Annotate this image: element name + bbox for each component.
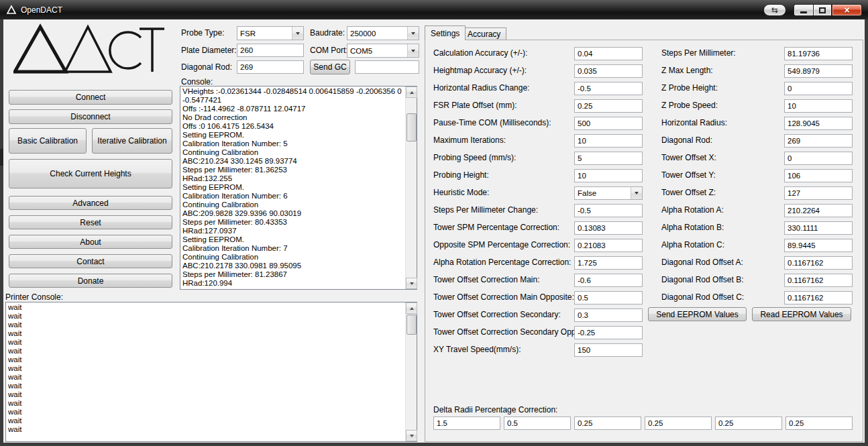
donate-button[interactable]: Donate — [9, 274, 172, 288]
printer-console-scrollbar[interactable] — [405, 302, 417, 441]
com-port-select[interactable] — [347, 44, 419, 58]
advanced-button[interactable]: Advanced — [9, 196, 172, 210]
field-input[interactable] — [784, 291, 853, 304]
field-input-box[interactable] — [574, 152, 643, 165]
baudrate-select[interactable] — [347, 26, 419, 40]
field-input-box[interactable] — [784, 47, 853, 60]
close-button[interactable]: × — [832, 4, 862, 16]
field-input[interactable] — [574, 47, 643, 60]
field-input-box[interactable] — [574, 274, 643, 287]
diagonal-rod-field[interactable] — [237, 60, 304, 74]
field-input[interactable] — [574, 99, 643, 113]
field-input-box[interactable] — [574, 204, 643, 217]
delta-radii-input[interactable] — [645, 416, 712, 430]
console-textbox[interactable]: VHeights :-0.02361344 -0.02848514 0.0064… — [180, 86, 417, 290]
field-input-box[interactable] — [784, 256, 853, 270]
minimize-button[interactable] — [794, 4, 813, 16]
field-input[interactable] — [574, 169, 643, 182]
field-input-box[interactable] — [574, 343, 643, 357]
field-input[interactable] — [574, 134, 643, 148]
gcode-field[interactable] — [355, 60, 419, 74]
gcode-input[interactable] — [355, 60, 419, 74]
field-input-box[interactable] — [574, 82, 643, 95]
field-input[interactable] — [784, 169, 853, 182]
delta-radii-field[interactable] — [574, 416, 641, 430]
plate-diameter-input[interactable] — [237, 44, 304, 57]
field-input[interactable] — [574, 239, 643, 252]
reset-button[interactable]: Reset — [9, 215, 172, 229]
about-button[interactable]: About — [9, 235, 172, 249]
basic-calibration-button[interactable]: Basic Calibration — [9, 128, 87, 154]
printer-console-text[interactable]: wait wait wait wait wait wait wait wait … — [8, 303, 404, 441]
field-input[interactable] — [574, 117, 643, 130]
field-input[interactable] — [784, 152, 853, 165]
field-input-box[interactable] — [784, 117, 853, 130]
field-input-box[interactable] — [574, 64, 643, 78]
field-input[interactable] — [574, 309, 643, 322]
field-input-box[interactable] — [574, 186, 643, 200]
field-input-box[interactable] — [784, 186, 853, 200]
field-input-box[interactable] — [574, 169, 643, 182]
field-input[interactable] — [574, 274, 643, 287]
delta-radii-input[interactable] — [785, 416, 853, 430]
scroll-up-arrow[interactable] — [406, 302, 417, 314]
field-input-box[interactable] — [574, 291, 643, 304]
field-input[interactable] — [784, 204, 853, 217]
title-bar[interactable]: OpenDACT ⇆ × — [0, 0, 868, 19]
field-input[interactable] — [784, 186, 853, 200]
field-input[interactable] — [574, 152, 643, 165]
field-input[interactable] — [784, 256, 853, 270]
field-input[interactable] — [574, 82, 643, 95]
scrollbar-thumb[interactable] — [406, 315, 417, 335]
field-input[interactable] — [574, 204, 643, 217]
plate-diameter-field[interactable] — [237, 44, 304, 57]
contact-button[interactable]: Contact — [9, 254, 172, 268]
delta-radii-input[interactable] — [574, 416, 641, 430]
field-input-box[interactable] — [574, 117, 643, 130]
field-input-box[interactable] — [784, 239, 853, 252]
field-input-box[interactable] — [574, 309, 643, 322]
field-input-box[interactable] — [784, 204, 853, 217]
iterative-calibration-button[interactable]: Iterative Calibration — [92, 128, 172, 154]
field-input[interactable] — [784, 99, 853, 113]
delta-radii-field[interactable] — [785, 416, 853, 430]
send-eeprom-button[interactable]: Send EEPROM Values — [648, 307, 747, 321]
field-input-box[interactable] — [784, 134, 853, 148]
field-input[interactable] — [784, 221, 853, 235]
disconnect-button[interactable]: Disconnect — [9, 109, 172, 124]
field-input-box[interactable] — [574, 239, 643, 252]
field-input-box[interactable] — [784, 82, 853, 95]
field-input-box[interactable] — [784, 221, 853, 235]
field-input-box[interactable] — [784, 64, 853, 78]
field-input-box[interactable] — [574, 256, 643, 270]
console-scrollbar[interactable] — [405, 87, 417, 289]
field-input[interactable] — [784, 47, 853, 60]
field-input[interactable] — [574, 343, 643, 357]
field-input[interactable] — [784, 134, 853, 148]
console-text[interactable]: VHeights :-0.02361344 -0.02848514 0.0064… — [182, 87, 404, 288]
field-input[interactable] — [574, 326, 643, 339]
field-input-box[interactable] — [784, 274, 853, 287]
field-input[interactable] — [784, 117, 853, 130]
field-input-box[interactable] — [574, 326, 643, 339]
delta-radii-field[interactable] — [645, 416, 712, 430]
field-input-box[interactable] — [574, 47, 643, 60]
field-input-box[interactable] — [574, 221, 643, 235]
delta-radii-field[interactable] — [433, 416, 500, 430]
field-input[interactable] — [574, 221, 643, 235]
field-input[interactable] — [574, 291, 643, 304]
field-input[interactable] — [784, 64, 853, 78]
check-current-heights-button[interactable]: Check Current Heights — [9, 159, 172, 188]
delta-radii-field[interactable] — [715, 416, 782, 430]
field-input[interactable] — [574, 64, 643, 78]
send-gc-button[interactable]: Send GC — [310, 60, 350, 74]
field-input[interactable] — [784, 274, 853, 287]
field-input-box[interactable] — [574, 99, 643, 113]
scroll-down-arrow[interactable] — [406, 430, 417, 441]
delta-radii-input[interactable] — [715, 416, 782, 430]
maximize-button[interactable] — [813, 4, 832, 16]
connect-button[interactable]: Connect — [9, 90, 172, 105]
delta-radii-input[interactable] — [504, 416, 571, 430]
scroll-up-arrow[interactable] — [406, 87, 417, 98]
printer-console-textbox[interactable]: wait wait wait wait wait wait wait wait … — [5, 302, 417, 442]
